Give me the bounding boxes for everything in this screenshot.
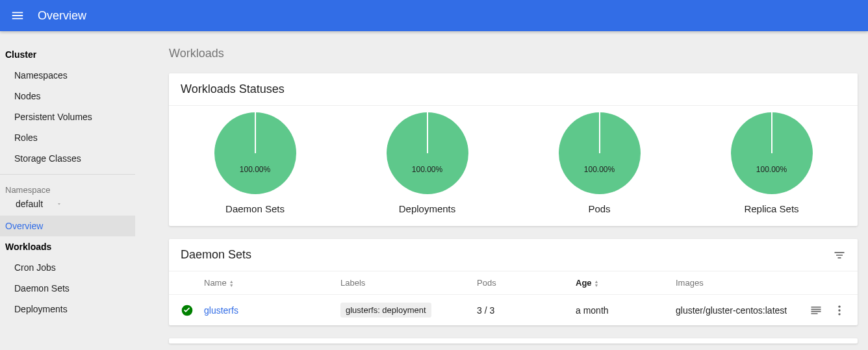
more-icon[interactable]: [833, 304, 846, 317]
pie-percent: 100.00%: [584, 165, 615, 174]
chart-daemon-sets: 100.00% Daemon Sets: [214, 112, 296, 214]
sidebar-item-deployments[interactable]: Deployments: [0, 299, 135, 319]
sidebar-item-nodes[interactable]: Nodes: [0, 86, 135, 106]
age-value: a month: [576, 305, 676, 316]
pie-deployments: 100.00%: [387, 112, 468, 194]
col-name[interactable]: Name: [204, 278, 340, 288]
content: Workloads Workloads Statuses 100.00% Dae…: [135, 31, 868, 350]
workloads-statuses-title: Workloads Statuses: [169, 73, 858, 106]
pie-percent: 100.00%: [756, 165, 787, 174]
pie-replica-sets: 100.00%: [731, 112, 813, 194]
sidebar-item-namespaces[interactable]: Namespaces: [0, 65, 135, 86]
col-labels: Labels: [340, 278, 477, 288]
menu-icon[interactable]: [10, 8, 25, 23]
workloads-statuses-card: Workloads Statuses 100.00% Daemon Sets 1…: [169, 73, 858, 226]
daemonset-link[interactable]: glusterfs: [204, 305, 238, 316]
next-card-peek: [169, 338, 858, 344]
svg-point-3: [838, 313, 840, 315]
daemon-sets-title: Daemon Sets: [181, 248, 251, 262]
pie-pods: 100.00%: [559, 112, 641, 194]
pie-percent: 100.00%: [240, 165, 270, 174]
sidebar-item-roles[interactable]: Roles: [0, 127, 135, 148]
workloads-statuses-body: 100.00% Daemon Sets 100.00% Deployments …: [169, 106, 858, 226]
sidebar: Cluster Namespaces Nodes Persistent Volu…: [0, 31, 135, 350]
sort-icon: [594, 280, 599, 288]
sidebar-section-workloads[interactable]: Workloads: [0, 236, 135, 257]
chart-label: Pods: [588, 203, 610, 214]
sidebar-item-persistent-volumes[interactable]: Persistent Volumes: [0, 106, 135, 127]
daemon-sets-card: Daemon Sets Name Labels Pods Age Images …: [169, 239, 858, 325]
pods-count: 3 / 3: [477, 305, 576, 316]
chart-replica-sets: 100.00% Replica Sets: [731, 112, 813, 214]
svg-point-1: [838, 305, 840, 307]
table-header: Name Labels Pods Age Images: [169, 271, 858, 294]
chart-deployments: 100.00% Deployments: [387, 112, 468, 214]
col-pods: Pods: [477, 278, 576, 288]
filter-icon[interactable]: [833, 249, 846, 262]
topbar: Overview: [0, 0, 868, 31]
chart-label: Deployments: [399, 203, 456, 214]
pie-daemon-sets: 100.00%: [214, 112, 296, 194]
namespace-label: Namespace: [0, 180, 135, 195]
images-value: gluster/gluster-centos:latest: [676, 305, 800, 316]
namespace-value: default: [16, 199, 43, 209]
sidebar-item-storage-classes[interactable]: Storage Classes: [0, 148, 135, 169]
daemon-sets-header: Daemon Sets: [169, 239, 858, 271]
chart-pods: 100.00% Pods: [559, 112, 641, 214]
chevron-down-icon: [56, 201, 62, 207]
status-badge: [181, 304, 204, 317]
col-age[interactable]: Age: [576, 278, 676, 288]
page-header-title: Overview: [38, 9, 86, 23]
sort-icon: [229, 280, 234, 288]
chart-label: Replica Sets: [744, 203, 798, 214]
chart-label: Daemon Sets: [225, 203, 285, 214]
namespace-select[interactable]: default: [0, 195, 135, 216]
pie-percent: 100.00%: [412, 165, 442, 174]
divider: [0, 174, 135, 175]
logs-icon[interactable]: [810, 304, 823, 317]
sidebar-item-cron-jobs[interactable]: Cron Jobs: [0, 257, 135, 278]
sidebar-item-overview[interactable]: Overview: [0, 216, 135, 236]
table-row: glusterfs glusterfs: deployment 3 / 3 a …: [169, 294, 858, 325]
sidebar-section-cluster[interactable]: Cluster: [0, 44, 135, 65]
page-title: Workloads: [169, 47, 858, 60]
svg-point-2: [838, 309, 840, 311]
col-images: Images: [676, 278, 800, 288]
sidebar-item-daemon-sets[interactable]: Daemon Sets: [0, 278, 135, 299]
label-chip: glusterfs: deployment: [340, 303, 431, 318]
